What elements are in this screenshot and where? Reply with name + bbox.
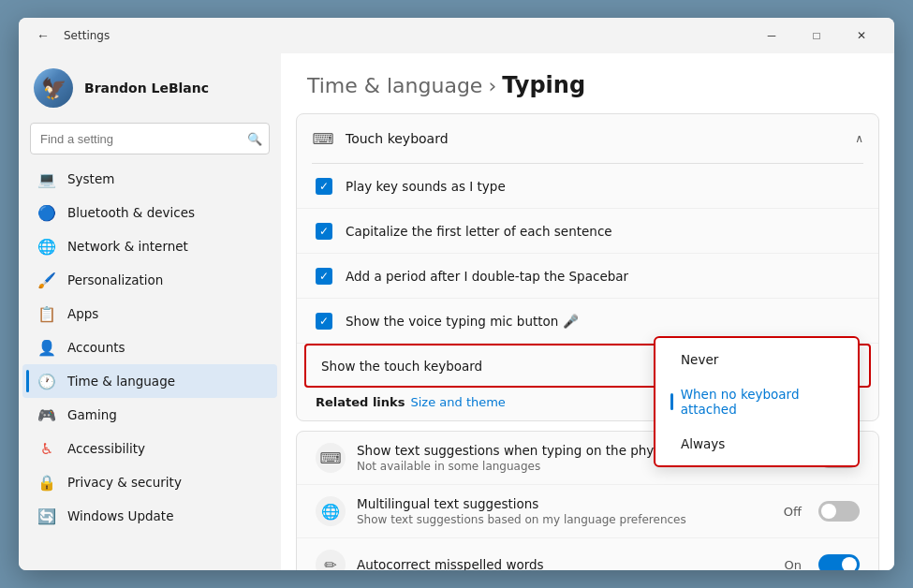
search-icon: 🔍 bbox=[247, 132, 262, 146]
breadcrumb: Time & language bbox=[307, 74, 482, 97]
size-and-theme-link[interactable]: Size and theme bbox=[410, 395, 505, 409]
settings-window: ← Settings ─ □ ✕ 🦅 Brandon LeBlanc 🔍 bbox=[19, 18, 894, 570]
dropdown-option-never[interactable]: Never bbox=[655, 342, 858, 377]
maximize-button[interactable]: □ bbox=[795, 21, 838, 51]
sidebar-item-privacy[interactable]: 🔒 Privacy & security bbox=[22, 465, 277, 499]
related-links-label: Related links bbox=[316, 395, 405, 409]
checkbox-play-key-sounds[interactable] bbox=[316, 178, 332, 195]
label-autocorrect: Autocorrect misspelled words bbox=[357, 557, 773, 570]
section-chevron: ∧ bbox=[855, 132, 863, 145]
content-area: 🦅 Brandon LeBlanc 🔍 💻 System 🔵 Bluetooth… bbox=[19, 53, 894, 570]
system-icon: 💻 bbox=[37, 169, 56, 188]
apps-icon: 📋 bbox=[37, 304, 56, 323]
sub-multilingual: Show text suggestions based on my langua… bbox=[357, 513, 773, 526]
sidebar: 🦅 Brandon LeBlanc 🔍 💻 System 🔵 Bluetooth… bbox=[19, 53, 281, 570]
checkbox-capitalize[interactable] bbox=[316, 223, 332, 240]
update-icon: 🔄 bbox=[37, 507, 56, 525]
window-controls: ─ □ ✕ bbox=[750, 21, 883, 51]
bluetooth-icon: 🔵 bbox=[37, 203, 56, 222]
text-suggestions-icon: ⌨️ bbox=[316, 443, 346, 473]
toggle-label-autocorrect: On bbox=[785, 558, 802, 571]
sidebar-label-gaming: Gaming bbox=[67, 407, 117, 422]
setting-capitalize: Capitalize the first letter of each sent… bbox=[297, 209, 878, 254]
sidebar-item-system[interactable]: 💻 System bbox=[22, 162, 277, 196]
close-button[interactable]: ✕ bbox=[840, 21, 883, 51]
setting-period: Add a period after I double-tap the Spac… bbox=[297, 254, 878, 299]
avatar: 🦅 bbox=[34, 68, 73, 108]
sidebar-label-accounts: Accounts bbox=[67, 340, 125, 355]
checkbox-voice-typing[interactable] bbox=[316, 313, 332, 330]
label-period: Add a period after I double-tap the Spac… bbox=[346, 269, 860, 284]
dropdown-option-when-no-keyboard[interactable]: When no keyboard attached bbox=[655, 377, 858, 426]
label-voice-typing: Show the voice typing mic button 🎤 bbox=[346, 314, 860, 329]
toggle-autocorrect[interactable] bbox=[818, 554, 860, 570]
dropdown-label-never: Never bbox=[681, 352, 718, 367]
timelang-icon: 🕐 bbox=[37, 372, 56, 390]
personalization-icon: 🖌️ bbox=[37, 271, 56, 289]
sidebar-item-network[interactable]: 🌐 Network & internet bbox=[22, 229, 277, 263]
dropdown-label-always: Always bbox=[681, 436, 725, 451]
sidebar-item-timelang[interactable]: 🕐 Time & language bbox=[22, 364, 277, 398]
setting-play-key-sounds: Play key sounds as I type bbox=[297, 164, 878, 209]
touch-keyboard-section: ⌨️ Touch keyboard ∧ Play key sounds as I… bbox=[296, 113, 879, 421]
dropdown-option-always[interactable]: Always bbox=[655, 426, 858, 462]
page-title: Typing bbox=[502, 72, 585, 98]
accessibility-icon: ♿ bbox=[37, 439, 56, 458]
network-icon: 🌐 bbox=[37, 237, 56, 256]
sidebar-item-bluetooth[interactable]: 🔵 Bluetooth & devices bbox=[22, 196, 277, 229]
sidebar-label-update: Windows Update bbox=[67, 508, 173, 523]
setting-multilingual: 🌐 Multilingual text suggestions Show tex… bbox=[297, 485, 878, 538]
sidebar-label-apps: Apps bbox=[67, 306, 98, 321]
sidebar-label-timelang: Time & language bbox=[67, 374, 175, 389]
checkbox-period[interactable] bbox=[316, 268, 332, 285]
user-profile: 🦅 Brandon LeBlanc bbox=[19, 61, 281, 123]
touch-keyboard-row-container: Show the touch keyboard Related links Si… bbox=[297, 344, 878, 420]
touch-keyboard-label: Show the touch keyboard bbox=[321, 359, 482, 374]
sidebar-label-personalization: Personalization bbox=[67, 272, 163, 287]
toggle-knob-autocorrect bbox=[842, 557, 857, 570]
label-multilingual: Multilingual text suggestions bbox=[357, 496, 773, 511]
dropdown-label-when-no-keyboard: When no keyboard attached bbox=[681, 387, 843, 417]
autocorrect-text: Autocorrect misspelled words bbox=[357, 557, 773, 570]
search-box: 🔍 bbox=[30, 123, 270, 154]
gaming-icon: 🎮 bbox=[37, 405, 56, 424]
sidebar-item-accessibility[interactable]: ♿ Accessibility bbox=[22, 432, 277, 465]
selected-indicator bbox=[670, 393, 673, 410]
toggle-multilingual[interactable] bbox=[818, 501, 860, 522]
accounts-icon: 👤 bbox=[37, 338, 56, 357]
sidebar-label-system: System bbox=[67, 171, 114, 186]
sidebar-item-gaming[interactable]: 🎮 Gaming bbox=[22, 398, 277, 432]
label-capitalize: Capitalize the first letter of each sent… bbox=[346, 224, 860, 239]
multilingual-icon: 🌐 bbox=[316, 496, 346, 526]
autocorrect-icon: ✏️ bbox=[316, 550, 346, 570]
multilingual-text: Multilingual text suggestions Show text … bbox=[357, 496, 773, 526]
privacy-icon: 🔒 bbox=[37, 473, 56, 492]
sidebar-item-apps[interactable]: 📋 Apps bbox=[22, 297, 277, 331]
minimize-button[interactable]: ─ bbox=[750, 21, 793, 51]
back-button[interactable]: ← bbox=[30, 22, 56, 49]
titlebar: ← Settings ─ □ ✕ bbox=[19, 18, 894, 53]
label-play-key-sounds: Play key sounds as I type bbox=[346, 179, 860, 194]
sidebar-item-personalization[interactable]: 🖌️ Personalization bbox=[22, 263, 277, 297]
dropdown-popup: Never When no keyboard attached Always bbox=[654, 336, 860, 467]
page-header: Time & language › Typing bbox=[281, 53, 894, 113]
window-title: Settings bbox=[64, 29, 110, 42]
main-content: Time & language › Typing ⌨️ Touch keyboa… bbox=[281, 53, 894, 570]
sidebar-label-bluetooth: Bluetooth & devices bbox=[67, 205, 195, 220]
sidebar-label-accessibility: Accessibility bbox=[67, 441, 145, 456]
sidebar-label-network: Network & internet bbox=[67, 239, 188, 254]
touch-keyboard-icon: ⌨️ bbox=[312, 127, 334, 150]
search-input[interactable] bbox=[30, 123, 270, 154]
sidebar-item-accounts[interactable]: 👤 Accounts bbox=[22, 331, 277, 364]
toggle-label-multilingual: Off bbox=[784, 505, 802, 519]
user-name: Brandon LeBlanc bbox=[84, 81, 209, 96]
setting-autocorrect: ✏️ Autocorrect misspelled words On bbox=[297, 538, 878, 570]
toggle-knob-multilingual bbox=[821, 504, 836, 519]
breadcrumb-separator: › bbox=[488, 74, 496, 97]
sidebar-label-privacy: Privacy & security bbox=[67, 475, 182, 490]
sidebar-item-update[interactable]: 🔄 Windows Update bbox=[22, 499, 277, 533]
section-title-touch-keyboard: Touch keyboard bbox=[346, 131, 844, 146]
section-header-touch-keyboard[interactable]: ⌨️ Touch keyboard ∧ bbox=[297, 114, 878, 163]
